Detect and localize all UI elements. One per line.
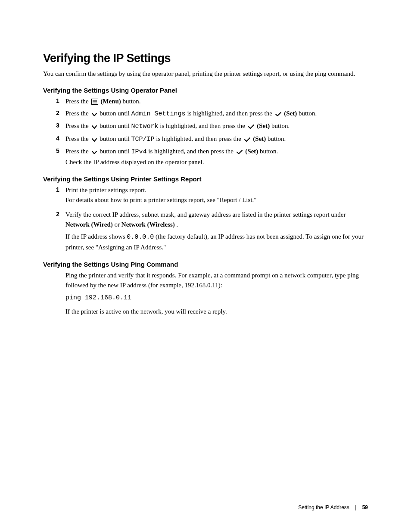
menu-path: Admin Settings — [131, 110, 186, 118]
step-number: 4 — [56, 134, 59, 143]
page-footer: Setting the IP Address | 59 — [298, 504, 368, 510]
step-text: or — [115, 221, 121, 228]
subheading-operator-panel: Verifying the Settings Using Operator Pa… — [43, 87, 368, 94]
checkmark-icon — [275, 112, 282, 117]
step-text: Press the — [65, 98, 90, 105]
step-text: is highlighted, and then press the — [156, 135, 243, 142]
step-subtext: If the IP address shows 0.0.0.0 (the fac… — [65, 232, 368, 252]
down-arrow-icon — [91, 138, 97, 142]
down-arrow-icon — [91, 125, 97, 129]
intro-paragraph: You can confirm the settings by using th… — [43, 69, 368, 78]
steps-printer-report: 1 Print the printer settings report. For… — [56, 185, 368, 252]
menu-path: Network — [131, 123, 159, 130]
checkmark-icon — [244, 137, 251, 142]
step-number: 3 — [56, 121, 59, 130]
subheading-printer-report: Verifying the Settings Using Printer Set… — [43, 175, 368, 183]
step-text: button. — [260, 148, 278, 155]
step-number: 1 — [56, 185, 59, 194]
step-text: button until — [100, 135, 131, 142]
down-arrow-icon — [91, 150, 97, 155]
step-text: button. — [123, 98, 141, 105]
step-number: 5 — [56, 146, 59, 156]
down-arrow-icon — [91, 112, 97, 117]
subheading-ping: Verifying the Settings Using Ping Comman… — [43, 261, 368, 268]
manual-page: Verifying the IP Settings You can confir… — [0, 0, 411, 532]
step-text: Press the — [65, 148, 90, 155]
button-label-set: (Set) — [253, 135, 266, 142]
step-text: Press the — [65, 110, 90, 117]
ip-default: 0.0.0.0 — [127, 233, 154, 241]
menu-icon — [91, 99, 98, 105]
step-text: button until — [100, 148, 131, 155]
checkmark-icon — [248, 124, 255, 129]
steps-operator-panel: 1 Press the (Menu) button. 2 Press the b… — [56, 96, 368, 167]
ping-paragraph: Ping the printer and verify that it resp… — [65, 271, 368, 290]
footer-section-name: Setting the IP Address — [298, 504, 349, 510]
step-number: 2 — [56, 210, 59, 219]
step-item: 2 Verify the correct IP address, subnet … — [56, 210, 368, 252]
checkmark-icon — [236, 149, 243, 155]
step-item: 1 Press the (Menu) button. — [56, 96, 368, 106]
step-text: button until — [100, 110, 131, 117]
button-label-set: (Set) — [284, 110, 297, 117]
step-text: button. — [271, 122, 290, 129]
step-text: Print the printer settings report. — [65, 187, 146, 193]
step-text: button until — [100, 122, 131, 129]
step-item: 4 Press the button until TCP/IP is highl… — [56, 134, 368, 145]
step-text: button. — [299, 110, 317, 117]
step-item: 2 Press the button until Admin Settings … — [56, 109, 368, 119]
button-label-menu: (Menu) — [100, 98, 121, 105]
step-item: 1 Print the printer settings report. For… — [56, 185, 368, 205]
ping-result-paragraph: If the printer is active on the network,… — [65, 307, 368, 317]
step-number: 2 — [56, 109, 59, 118]
step-text: Verify the correct IP address, subnet ma… — [65, 211, 346, 218]
step-text: Press the — [65, 122, 90, 129]
step-subtext: Check the IP address displayed on the op… — [65, 157, 368, 167]
step-text: . — [177, 221, 178, 228]
button-label-set: (Set) — [245, 148, 258, 155]
button-label-set: (Set) — [257, 122, 270, 129]
step-text: is highlighted, and then press the — [160, 122, 246, 129]
step-number: 1 — [56, 96, 59, 106]
ping-command: ping 192.168.0.11 — [65, 293, 368, 303]
step-item: 3 Press the button until Network is high… — [56, 121, 368, 132]
step-item: 5 Press the button until IPv4 is highlig… — [56, 146, 368, 167]
footer-page-number: 59 — [362, 504, 368, 510]
step-text: is highlighted, and then press the — [148, 148, 235, 155]
step-text: Press the — [65, 135, 90, 142]
page-title: Verifying the IP Settings — [43, 52, 368, 65]
footer-divider: | — [355, 504, 356, 510]
label-network-wired: Network (Wired) — [65, 221, 113, 228]
step-subtext: For details about how to print a printer… — [65, 195, 368, 205]
label-network-wireless: Network (Wireless) — [121, 221, 175, 228]
menu-path: TCP/IP — [131, 136, 155, 143]
step-text: button. — [268, 135, 286, 142]
menu-path: IPv4 — [131, 148, 147, 156]
step-text: is highlighted, and then press the — [187, 110, 274, 117]
